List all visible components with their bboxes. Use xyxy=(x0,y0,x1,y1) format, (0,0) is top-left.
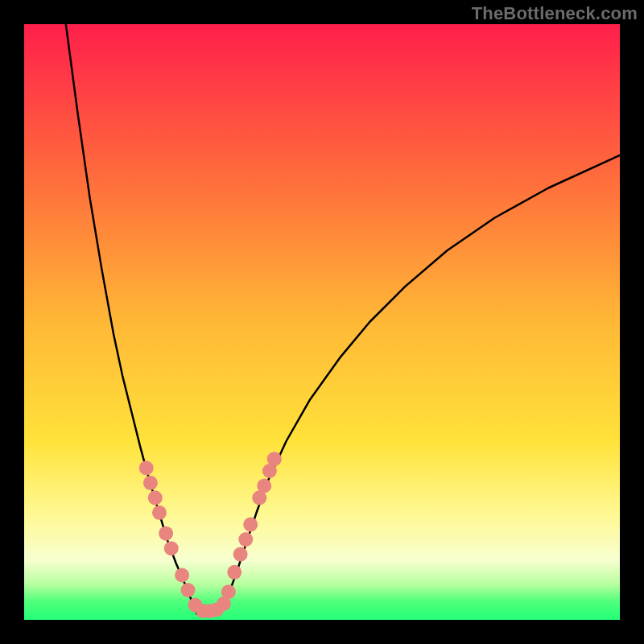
data-marker xyxy=(238,532,253,547)
data-marker xyxy=(267,452,282,466)
watermark-text: TheBottleneck.com xyxy=(472,3,638,24)
data-marker xyxy=(257,479,271,493)
data-marker xyxy=(175,568,189,583)
data-marker xyxy=(233,547,248,562)
data-marker xyxy=(164,541,179,555)
gradient-background xyxy=(24,24,620,620)
data-marker xyxy=(143,476,158,490)
data-marker xyxy=(159,526,173,541)
data-marker xyxy=(181,583,196,597)
bottleneck-chart xyxy=(24,24,620,620)
data-marker xyxy=(139,460,154,475)
data-marker xyxy=(152,506,167,520)
data-marker xyxy=(227,565,242,580)
data-marker xyxy=(243,518,258,532)
data-marker xyxy=(148,490,163,505)
data-marker xyxy=(221,584,236,599)
chart-frame: TheBottleneck.com xyxy=(0,0,644,644)
